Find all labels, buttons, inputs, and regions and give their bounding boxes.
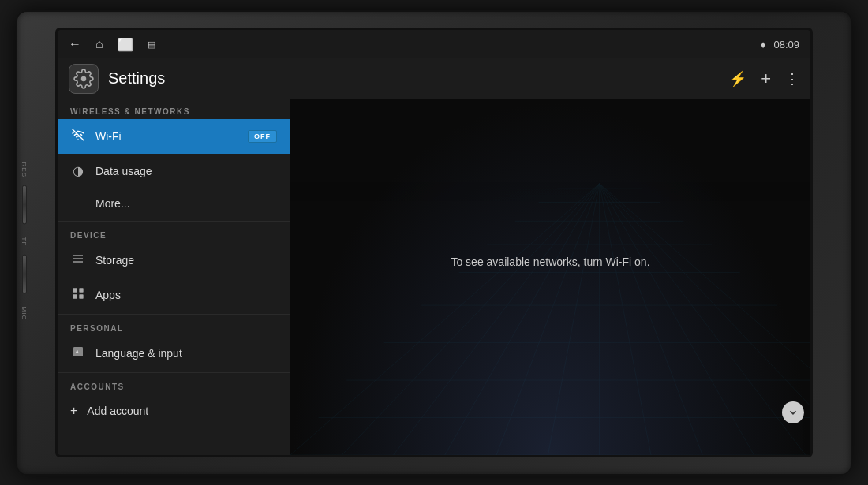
nav-icons: ← ⌂ ⬜ ▤: [69, 37, 155, 52]
add-account-plus-icon: +: [70, 404, 77, 418]
apps-icon: [70, 287, 86, 303]
svg-line-25: [600, 184, 806, 455]
language-icon: A: [70, 345, 86, 361]
svg-line-21: [394, 184, 600, 455]
data-usage-item[interactable]: ◑ Data usage: [58, 154, 290, 188]
device-frame: RES TF MIC ← ⌂ ⬜ ▤ ♦ 08:09: [16, 10, 852, 476]
content-area: WIRELESS & NETWORKS Wi-Fi OFF ◑ Data usa…: [58, 99, 810, 455]
wifi-icon: [70, 129, 86, 144]
storage-label: Storage: [95, 254, 277, 267]
svg-text:A: A: [76, 349, 79, 354]
data-usage-label: Data usage: [95, 165, 277, 177]
data-usage-icon: ◑: [70, 163, 86, 178]
tf-label: TF: [21, 237, 28, 247]
add-account-item[interactable]: + Add account: [58, 394, 290, 427]
svg-line-26: [600, 184, 810, 455]
divider-2: [58, 314, 290, 315]
svg-line-32: [600, 184, 810, 455]
apps-item[interactable]: Apps: [58, 278, 290, 312]
section-wireless-header: WIRELESS & NETWORKS: [58, 99, 290, 119]
language-item[interactable]: A Language & input: [58, 336, 290, 371]
right-panel: To see available networks, turn Wi-Fi on…: [290, 99, 810, 455]
svg-point-0: [81, 76, 87, 81]
divider-3: [58, 372, 290, 373]
more-action-icon[interactable]: ⋮: [785, 70, 799, 88]
screen: ← ⌂ ⬜ ▤ ♦ 08:09 Settings ⚡ + ⋮: [55, 28, 813, 457]
bolt-action-icon[interactable]: ⚡: [729, 70, 746, 88]
scroll-indicator[interactable]: [782, 401, 804, 423]
grid-overlay: [290, 99, 810, 455]
svg-line-31: [600, 184, 754, 455]
apps-label: Apps: [95, 289, 277, 301]
svg-line-29: [548, 184, 599, 455]
app-actions: ⚡ + ⋮: [729, 69, 799, 89]
more-label: More...: [95, 197, 277, 210]
svg-rect-7: [79, 294, 83, 298]
location-icon: ♦: [761, 39, 766, 50]
res-slider[interactable]: [22, 185, 27, 225]
svg-line-20: [290, 184, 600, 455]
home-icon[interactable]: ⌂: [95, 37, 103, 51]
svg-rect-4: [73, 288, 77, 292]
back-icon[interactable]: ←: [69, 37, 81, 51]
svg-line-27: [342, 184, 599, 455]
svg-rect-5: [79, 288, 83, 292]
app-bar: Settings ⚡ + ⋮: [58, 58, 810, 99]
settings-app-icon: [69, 64, 99, 94]
svg-line-28: [445, 184, 600, 455]
section-device-header: DEVICE: [58, 223, 290, 243]
wifi-toggle[interactable]: OFF: [248, 130, 277, 143]
side-buttons: RES TF MIC: [17, 162, 28, 323]
section-personal-header: PERSONAL: [58, 316, 290, 336]
svg-rect-6: [73, 294, 77, 298]
settings-panel: WIRELESS & NETWORKS Wi-Fi OFF ◑ Data usa…: [58, 99, 290, 455]
add-action-icon[interactable]: +: [761, 69, 771, 89]
svg-line-24: [600, 184, 703, 455]
tf-slider[interactable]: [22, 254, 27, 293]
section-accounts-header: ACCOUNTS: [58, 375, 290, 394]
mic-label: MIC: [21, 306, 28, 320]
status-right: ♦ 08:09: [761, 39, 799, 50]
add-account-label: Add account: [87, 405, 148, 417]
wifi-label: Wi-Fi: [95, 130, 238, 143]
wifi-message: To see available networks, turn Wi-Fi on…: [451, 256, 649, 268]
wifi-item[interactable]: Wi-Fi OFF: [58, 119, 290, 154]
storage-icon: [70, 252, 86, 268]
divider-1: [58, 221, 290, 222]
status-bar: ← ⌂ ⬜ ▤ ♦ 08:09: [58, 30, 810, 58]
svg-line-22: [496, 184, 600, 455]
menu-icon[interactable]: ▤: [148, 39, 155, 50]
language-label: Language & input: [95, 347, 277, 360]
res-label: RES: [21, 162, 28, 177]
more-item[interactable]: More...: [58, 188, 290, 219]
svg-line-30: [600, 184, 651, 455]
time-display: 08:09: [773, 39, 799, 50]
storage-item[interactable]: Storage: [58, 243, 290, 278]
app-title: Settings: [108, 69, 729, 88]
recent-icon[interactable]: ⬜: [118, 37, 133, 52]
